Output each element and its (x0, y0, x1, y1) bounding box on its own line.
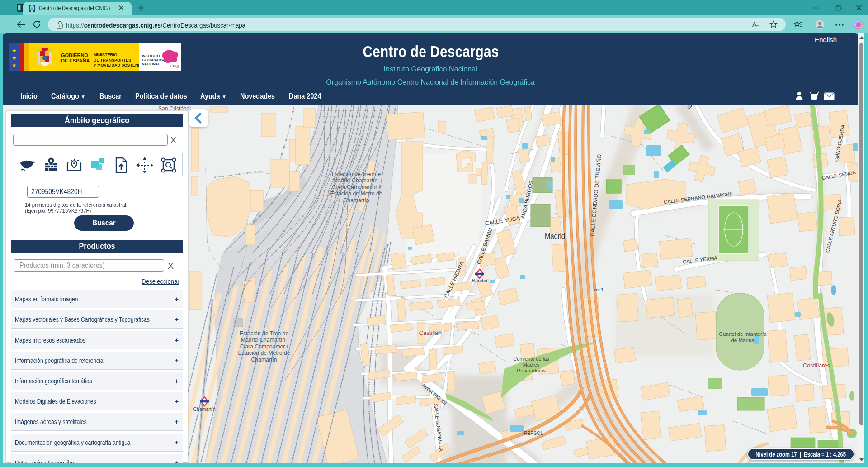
svg-text:REPSOL: REPSOL (524, 430, 543, 436)
svg-text:A⤑: A⤑ (752, 21, 760, 28)
svg-text:Chamartín: Chamartín (193, 406, 215, 412)
svg-text:Clara Campoamor /: Clara Campoamor / (332, 184, 381, 191)
svg-text:Castilla: Castilla (419, 329, 439, 336)
svg-text:Convento de las: Convento de las (513, 356, 549, 362)
svg-text:Chamartín: Chamartín (251, 357, 277, 363)
svg-text:Cuartel de Infantería: Cuartel de Infantería (719, 331, 767, 337)
svg-text:Estación de Tren de: Estación de Tren de (240, 330, 289, 337)
svg-text:Costillares: Costillares (803, 362, 830, 369)
svg-text:Madrid-Chamartín-: Madrid-Chamartín- (241, 337, 287, 343)
svg-text:Clara Campoamor /: Clara Campoamor / (240, 343, 288, 350)
svg-text:Reparadoras: Reparadoras (517, 368, 546, 373)
svg-text:Madres: Madres (523, 362, 540, 367)
svg-text:Estación de Metro de: Estación de Metro de (330, 191, 382, 197)
svg-text:Chamartín: Chamartín (344, 197, 369, 204)
svg-text:Madrid: Madrid (545, 231, 565, 241)
svg-text:de Marina: de Marina (731, 338, 755, 343)
svg-text:Bambú: Bambú (472, 278, 487, 283)
svg-text:Madrid-Chamartín-: Madrid-Chamartín- (333, 177, 379, 184)
svg-text:Estación de Metro de: Estación de Metro de (238, 350, 290, 356)
svg-text:Estación de Tren de: Estación de Tren de (332, 171, 381, 177)
svg-text:km 1: km 1 (594, 287, 604, 292)
